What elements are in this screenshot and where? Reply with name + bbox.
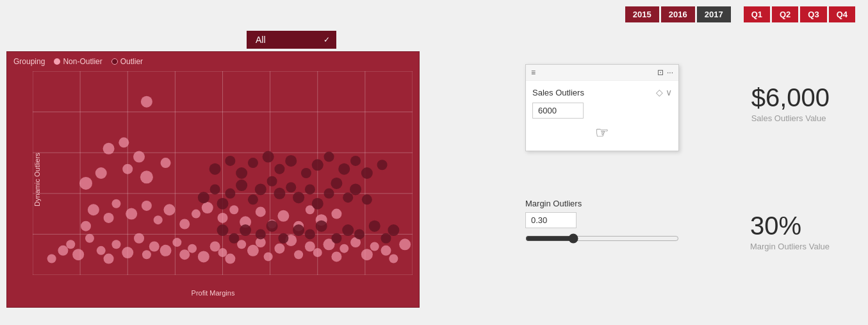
- dropdown-wrapper: All ✓: [247, 31, 336, 49]
- svg-point-143: [361, 167, 373, 179]
- card-header-icons: ≡: [531, 68, 536, 77]
- card-title-icons: ◇ ∨: [656, 87, 672, 97]
- svg-point-47: [198, 251, 209, 262]
- sales-input[interactable]: [532, 103, 584, 119]
- margin-card-title: Margin Outliers: [525, 199, 679, 208]
- sales-value-panel: $6,000 Sales Outliers Value: [751, 83, 830, 123]
- margin-value-panel: 30% Margin Outliers Value: [750, 212, 830, 251]
- q1-button[interactable]: Q1: [744, 6, 770, 22]
- svg-point-88: [331, 209, 341, 219]
- svg-point-135: [263, 151, 274, 163]
- svg-point-78: [202, 202, 213, 213]
- card-header-right-icons: ⊡ ···: [657, 68, 673, 77]
- outlier-legend: Outlier: [111, 57, 143, 66]
- year-2017-button[interactable]: 2017: [697, 6, 731, 22]
- scatter-plot: 0K 5K 10K 15K 20K 25K 10% 15% 20% 25% 30…: [33, 71, 413, 275]
- svg-point-106: [274, 188, 285, 199]
- svg-point-68: [399, 238, 411, 250]
- svg-point-64: [361, 249, 373, 260]
- svg-point-30: [47, 254, 56, 263]
- svg-point-91: [122, 164, 133, 174]
- non-outlier-legend: Non-Outlier: [54, 57, 102, 66]
- year-buttons: 2015 2016 2017: [625, 6, 731, 22]
- svg-point-140: [324, 152, 334, 162]
- year-2015-button[interactable]: 2015: [625, 6, 659, 22]
- svg-point-101: [225, 188, 235, 199]
- svg-point-128: [369, 221, 381, 232]
- svg-point-117: [229, 233, 239, 244]
- q3-button[interactable]: Q3: [800, 6, 826, 22]
- svg-point-76: [179, 219, 190, 229]
- svg-point-69: [88, 204, 99, 215]
- svg-point-52: [247, 245, 259, 256]
- sales-card-title: Sales Outliers: [532, 88, 584, 97]
- top-bar: 2015 2016 2017 Q1 Q2 Q3 Q4: [625, 6, 855, 22]
- svg-point-66: [381, 246, 391, 256]
- svg-point-96: [119, 137, 129, 147]
- q2-button[interactable]: Q2: [772, 6, 798, 22]
- svg-point-73: [142, 201, 152, 211]
- svg-point-55: [274, 244, 284, 254]
- non-outlier-label: Non-Outlier: [63, 57, 102, 66]
- cursor-container: ☞: [532, 119, 672, 144]
- chart-legend: Grouping Non-Outlier Outlier: [13, 57, 143, 66]
- svg-point-131: [209, 163, 221, 175]
- svg-point-100: [217, 198, 229, 210]
- grid-icon: ⊡: [657, 68, 664, 77]
- svg-point-34: [85, 234, 94, 243]
- svg-point-49: [218, 248, 227, 257]
- svg-point-121: [278, 233, 288, 244]
- svg-point-129: [381, 233, 391, 244]
- svg-point-130: [388, 224, 399, 236]
- hamburger-icon: ≡: [531, 68, 536, 77]
- svg-point-82: [256, 206, 266, 217]
- margin-input[interactable]: [525, 212, 577, 228]
- svg-point-48: [210, 241, 220, 251]
- svg-point-123: [305, 229, 315, 239]
- svg-point-118: [240, 224, 251, 236]
- svg-point-95: [103, 143, 115, 154]
- svg-point-43: [160, 245, 172, 256]
- svg-point-62: [340, 244, 348, 253]
- x-axis-label: Profit Margins: [192, 289, 235, 297]
- svg-point-119: [256, 229, 266, 239]
- svg-point-61: [331, 251, 341, 262]
- svg-point-109: [305, 184, 315, 194]
- svg-point-105: [267, 176, 277, 187]
- margin-slider[interactable]: [525, 233, 679, 244]
- non-outlier-dot: [54, 58, 60, 65]
- svg-point-142: [350, 156, 361, 166]
- svg-point-84: [277, 210, 289, 222]
- outlier-dot: [111, 58, 118, 65]
- svg-point-125: [331, 233, 341, 244]
- svg-point-112: [331, 178, 342, 189]
- svg-point-40: [134, 233, 144, 244]
- svg-point-94: [161, 158, 171, 168]
- card-body: Sales Outliers ◇ ∨ ☞: [526, 81, 678, 151]
- svg-point-104: [255, 183, 266, 195]
- card-header: ≡ ⊡ ···: [526, 65, 678, 81]
- quarter-buttons: Q1 Q2 Q3 Q4: [744, 6, 855, 22]
- svg-point-122: [293, 224, 304, 236]
- svg-point-124: [316, 221, 327, 232]
- svg-point-98: [198, 192, 209, 203]
- svg-point-70: [104, 213, 114, 223]
- more-icon: ···: [667, 68, 673, 77]
- q4-button[interactable]: Q4: [829, 6, 855, 22]
- svg-point-39: [122, 247, 133, 258]
- svg-point-133: [236, 167, 247, 179]
- svg-point-137: [285, 155, 297, 167]
- svg-point-33: [72, 249, 84, 260]
- sales-outliers-card: ≡ ⊡ ··· Sales Outliers ◇ ∨ ☞: [525, 64, 679, 151]
- scatter-chart: Grouping Non-Outlier Outlier Dynamic Out…: [6, 51, 420, 308]
- svg-point-107: [286, 182, 296, 192]
- sales-value-label: Sales Outliers Value: [751, 113, 830, 123]
- svg-point-80: [229, 205, 238, 214]
- cursor-icon: ☞: [595, 124, 609, 142]
- svg-point-110: [312, 198, 323, 210]
- svg-point-74: [154, 215, 163, 224]
- svg-point-138: [301, 168, 311, 178]
- dropdown-container: All ✓: [247, 31, 336, 49]
- all-dropdown[interactable]: All: [247, 31, 336, 49]
- year-2016-button[interactable]: 2016: [661, 6, 695, 22]
